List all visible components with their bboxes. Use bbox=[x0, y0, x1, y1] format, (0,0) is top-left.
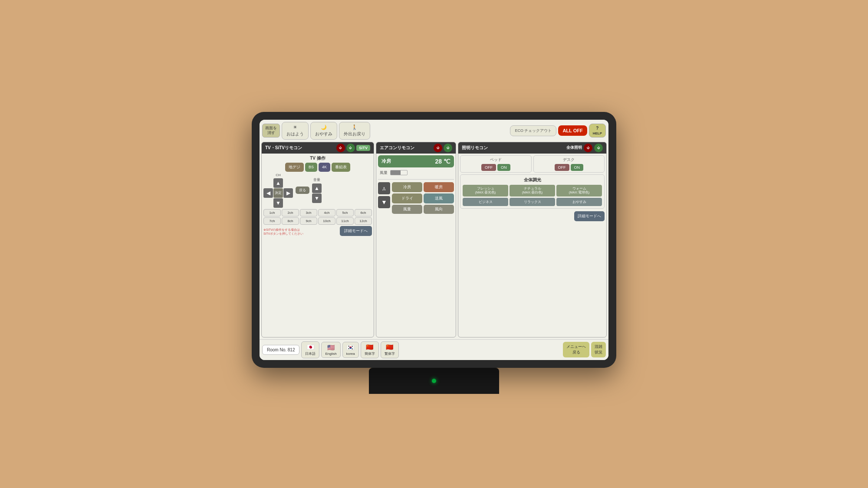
tablet-shell: 画面を 消す ☀ おはよう 🌙 おやすみ 🚶 外出お戻り ECO チェックアウト… bbox=[252, 112, 616, 368]
chidigi-button[interactable]: 地デジ bbox=[285, 163, 304, 172]
lighting-content: ベッド OFF ON デスク OFF ON bbox=[458, 154, 606, 337]
eco-checkout-button[interactable]: ECO チェックアウト bbox=[510, 125, 556, 136]
tv-power-off-button[interactable]: ⏻ bbox=[336, 144, 345, 152]
dimmer-title: 全体調光 bbox=[463, 177, 602, 183]
ac-section-header: エアコンリモコン ⏻ ⏻ bbox=[376, 142, 456, 154]
lang-korean-button[interactable]: 🇰🇷 korea bbox=[342, 342, 359, 358]
ac-wind-bar bbox=[390, 170, 408, 175]
out-return-button[interactable]: 🚶 外出お戻り bbox=[339, 122, 370, 140]
ac-power-on-button[interactable]: ⏻ bbox=[444, 144, 452, 152]
ac-wind-btn[interactable]: 風量 bbox=[392, 205, 422, 214]
desk-off-button[interactable]: OFF bbox=[555, 164, 569, 171]
us-flag-icon: 🇺🇸 bbox=[327, 344, 335, 351]
ac-fan-button[interactable]: 送風 bbox=[424, 193, 454, 203]
desk-zone-buttons: OFF ON bbox=[535, 164, 603, 171]
bed-zone-title: ベッド bbox=[462, 157, 530, 163]
4k-button[interactable]: 4K bbox=[319, 163, 330, 172]
overall-dimmer: 全体調光 フレッシュ (MAX:昼光色) ナチュラル (MAX:昼白色) ウォー… bbox=[460, 174, 605, 209]
ch-down-button[interactable]: ▼ bbox=[273, 198, 283, 208]
bed-on-button[interactable]: ON bbox=[497, 164, 510, 171]
desk-zone: デスク OFF ON bbox=[533, 155, 605, 173]
temp-up-button[interactable]: ▲ bbox=[378, 182, 390, 194]
main-content: TV・SiTVリモコン ⏻ ⏻ SiTV TV 操作 地デジ BS bbox=[260, 142, 608, 339]
ac-content: 冷房 28 ℃ 風量 bbox=[376, 154, 456, 337]
walk-icon: 🚶 bbox=[352, 124, 358, 130]
right-button[interactable]: ▶ bbox=[283, 188, 293, 198]
morning-icon: ☀ bbox=[293, 124, 297, 130]
japan-flag-icon: 🇯🇵 bbox=[307, 344, 314, 350]
bed-zone: ベッド OFF ON bbox=[460, 155, 532, 173]
bs-button[interactable]: BS bbox=[305, 163, 317, 172]
ch2-button[interactable]: 2ch bbox=[282, 209, 299, 216]
sleep-button[interactable]: おやすみ bbox=[556, 198, 602, 206]
ch12-button[interactable]: 12ch bbox=[355, 217, 372, 225]
bottom-bar: Room No. 812 🇯🇵 日本語 🇺🇸 English 🇰🇷 korea … bbox=[260, 339, 608, 360]
lang-japanese-button[interactable]: 🇯🇵 日本語 bbox=[301, 341, 319, 358]
ch6-button[interactable]: 6ch bbox=[355, 209, 372, 216]
tv-power-on-button[interactable]: ⏻ bbox=[346, 144, 355, 152]
lighting-detail-mode-button[interactable]: 詳細モードへ bbox=[574, 211, 605, 221]
ac-temp-display: 28 ℃ bbox=[435, 158, 450, 165]
ac-dry-button[interactable]: ドライ bbox=[392, 193, 422, 203]
ch3-button[interactable]: 3ch bbox=[300, 209, 317, 216]
congestion-button[interactable]: 混雑 状況 bbox=[591, 342, 606, 357]
china-flag1-icon: 🇨🇳 bbox=[366, 344, 373, 350]
good-night-button[interactable]: 🌙 おやすみ bbox=[310, 122, 337, 140]
tv-detail-mode-button[interactable]: 詳細モードへ bbox=[340, 226, 372, 236]
ch11-button[interactable]: 11ch bbox=[336, 217, 354, 225]
vol-down-button[interactable]: ▼ bbox=[312, 193, 322, 203]
divider bbox=[378, 179, 454, 180]
overall-light-off-button[interactable]: ⏻ bbox=[584, 144, 592, 152]
night-icon: 🌙 bbox=[321, 124, 327, 130]
ch9-button[interactable]: 9ch bbox=[300, 217, 317, 225]
relax-button[interactable]: リラックス bbox=[510, 198, 555, 206]
tv-content: TV 操作 地デジ BS 4K 番組表 CH ▲ bbox=[262, 154, 374, 337]
business-button[interactable]: ビジネス bbox=[463, 198, 508, 206]
ac-mode-label: 冷房 bbox=[381, 158, 391, 164]
ch10-button[interactable]: 10ch bbox=[318, 217, 335, 225]
desk-on-button[interactable]: ON bbox=[571, 164, 584, 171]
lang-simplified-chinese-button[interactable]: 🇨🇳 簡体字 bbox=[361, 341, 379, 358]
screen-off-button[interactable]: 画面を 消す bbox=[262, 124, 280, 138]
good-morning-button[interactable]: ☀ おはよう bbox=[282, 122, 309, 140]
ch-up-button[interactable]: ▲ bbox=[273, 178, 283, 188]
ch7-button[interactable]: 7ch bbox=[263, 217, 281, 225]
bed-off-button[interactable]: OFF bbox=[481, 164, 496, 171]
decide-button[interactable]: 決定 bbox=[273, 188, 283, 198]
ac-direction-btn[interactable]: 風向 bbox=[424, 205, 454, 214]
overall-light-label: 全体照明 bbox=[566, 145, 582, 151]
ac-cool-button[interactable]: 冷房 bbox=[392, 182, 422, 192]
sitv-button[interactable]: SiTV bbox=[356, 145, 370, 151]
ac-warm-button[interactable]: 暖房 bbox=[424, 182, 454, 192]
lang-traditional-chinese-button[interactable]: 🇨🇳 繁体字 bbox=[381, 341, 399, 358]
dimmer-row2: ビジネス リラックス おやすみ bbox=[463, 198, 602, 206]
tv-section: TV・SiTVリモコン ⏻ ⏻ SiTV TV 操作 地デジ BS bbox=[261, 142, 374, 337]
help-button[interactable]: ?HELP bbox=[589, 124, 606, 138]
left-button[interactable]: ◀ bbox=[263, 188, 273, 198]
room-number: Room No. 812 bbox=[262, 345, 299, 355]
guide-button[interactable]: 番組表 bbox=[332, 163, 350, 172]
back-button[interactable]: 戻る bbox=[296, 187, 309, 194]
overall-light-on-button[interactable]: ⏻ bbox=[594, 144, 603, 152]
korea-flag-icon: 🇰🇷 bbox=[347, 344, 354, 351]
ch4-button[interactable]: 4ch bbox=[318, 209, 335, 216]
lang-english-button[interactable]: 🇺🇸 English bbox=[321, 342, 340, 358]
vol-up-button[interactable]: ▲ bbox=[312, 183, 322, 193]
temp-down-button[interactable]: ▼ bbox=[378, 196, 390, 208]
fresh-button[interactable]: フレッシュ (MAX:昼光色) bbox=[463, 185, 508, 197]
ch5-button[interactable]: 5ch bbox=[336, 209, 354, 216]
ac-wind-label: 風量 bbox=[380, 170, 388, 176]
ch1-button[interactable]: 1ch bbox=[263, 209, 281, 216]
ac-power-off-button[interactable]: ⏻ bbox=[434, 144, 442, 152]
dpad-area: CH ▲ ◀ 決定 ▶ ▼ 戻る bbox=[263, 173, 372, 208]
vol-label: 音量 bbox=[313, 177, 320, 182]
natural-button[interactable]: ナチュラル (MAX:昼白色) bbox=[510, 185, 555, 197]
ac-power-buttons: ⏻ ⏻ bbox=[434, 144, 452, 152]
lighting-section-header: 照明リモコン 全体照明 ⏻ ⏻ bbox=[458, 142, 606, 154]
all-off-button[interactable]: ALL OFF bbox=[558, 125, 587, 136]
tablet-stand bbox=[369, 368, 499, 394]
ch8-button[interactable]: 8ch bbox=[282, 217, 299, 225]
menu-back-button[interactable]: メニューへ 戻る bbox=[563, 342, 589, 357]
warm-button[interactable]: ウォーム (MAX:電球色) bbox=[556, 185, 602, 197]
sitv-note: ※SiTVの操作をする場合は SiTVボタンを押してください bbox=[263, 228, 303, 236]
